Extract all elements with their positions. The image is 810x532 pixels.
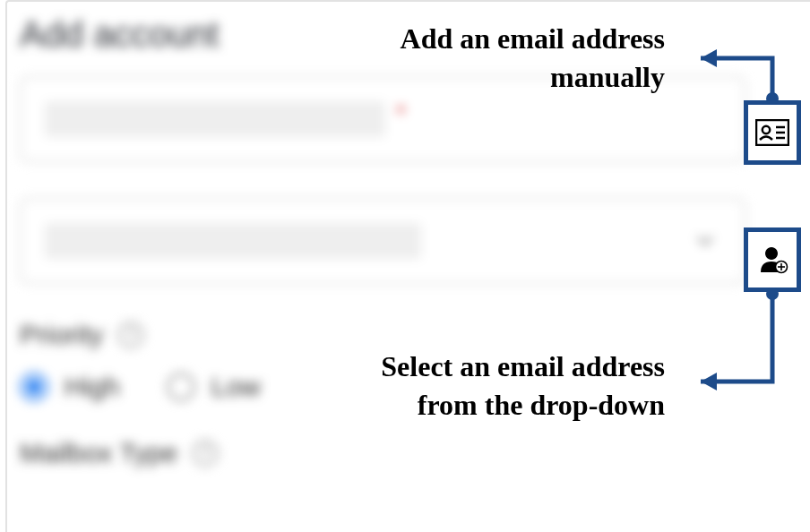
- add-user-icon: [756, 244, 788, 276]
- priority-radio-low-label: Low: [211, 372, 261, 402]
- mailbox-type-section: Mailbox Type ?: [20, 438, 810, 468]
- radio-icon: [167, 373, 195, 401]
- required-star: *: [396, 99, 406, 128]
- add-user-button[interactable]: [744, 227, 801, 292]
- manual-email-button[interactable]: [744, 100, 801, 165]
- priority-radio-high[interactable]: High: [20, 372, 120, 402]
- mailbox-type-label: Mailbox Type: [20, 438, 177, 468]
- help-icon[interactable]: ?: [192, 440, 219, 467]
- priority-radio-high-label: High: [65, 372, 120, 402]
- priority-label: Priority: [20, 320, 103, 350]
- email-input[interactable]: *: [20, 76, 745, 162]
- contact-card-icon: [755, 119, 789, 146]
- radio-icon: [20, 373, 48, 401]
- priority-section: Priority ?: [20, 320, 810, 350]
- dropdown-field-row: [20, 198, 810, 284]
- priority-radio-group: High Low: [20, 372, 810, 402]
- help-icon[interactable]: ?: [117, 322, 144, 348]
- page-title: Add account: [20, 14, 810, 55]
- svg-point-1: [763, 126, 770, 133]
- chevron-down-icon: [695, 231, 715, 251]
- priority-radio-low[interactable]: Low: [167, 372, 261, 402]
- email-field-row: *: [20, 76, 810, 162]
- email-dropdown[interactable]: [20, 198, 745, 284]
